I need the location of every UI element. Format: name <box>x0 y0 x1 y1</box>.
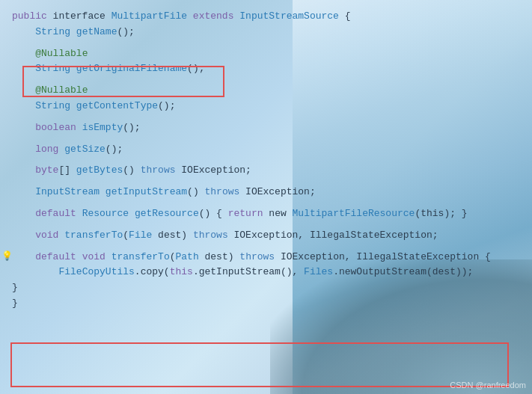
code-line-5: String getOriginalFilename(); <box>12 61 520 77</box>
code-line-10: boolean isEmpty(); <box>12 120 520 136</box>
lightbulb-icon: 💡 <box>1 250 13 264</box>
token: Path <box>176 250 199 265</box>
token: ( <box>170 250 176 265</box>
token: void <box>35 228 58 244</box>
watermark: CSDN @ranfreedom <box>450 381 526 390</box>
code-line-19 <box>12 222 520 228</box>
token: getSize <box>64 142 106 158</box>
token: { <box>339 9 351 25</box>
token: .newOutputStream(dest)); <box>333 265 473 280</box>
token: dest) <box>152 228 193 244</box>
token: (); <box>123 120 140 136</box>
token: IOException; <box>175 163 251 179</box>
code-line-6 <box>12 77 520 83</box>
code-line-4: @Nullable <box>12 46 520 62</box>
code-line-13 <box>12 157 520 163</box>
code-line-7: @Nullable <box>12 83 520 99</box>
token: InputStream <box>35 185 100 200</box>
token <box>12 46 35 62</box>
token: Files <box>304 265 333 280</box>
token <box>70 61 76 77</box>
token <box>76 120 82 136</box>
token: transferTo <box>64 228 123 244</box>
code-line-2: String getName(); <box>12 25 520 40</box>
code-line-23: FileCopyUtils.copy(this.getInputStream()… <box>12 265 520 280</box>
token: ( <box>123 228 129 244</box>
token: IOException; <box>239 185 315 200</box>
token: byte <box>35 163 58 179</box>
token <box>129 206 135 222</box>
code-line-1: public interface MultipartFile extends I… <box>12 9 520 25</box>
token: this <box>170 265 193 280</box>
token: .copy( <box>135 265 170 280</box>
token: } <box>12 280 18 296</box>
token: default <box>35 250 76 265</box>
token: @Nullable <box>35 46 88 62</box>
code-line-25: } <box>12 296 520 312</box>
token: String <box>35 99 70 114</box>
token: [] <box>58 163 76 179</box>
token <box>12 250 35 265</box>
token: transferTo <box>111 250 170 265</box>
token: @Nullable <box>35 83 88 99</box>
token <box>58 228 64 244</box>
token <box>76 250 82 265</box>
token: () { <box>199 206 228 222</box>
code-line-12: long getSize(); <box>12 142 520 158</box>
token: IOException, IllegalStateException; <box>228 228 438 244</box>
token: throws <box>204 185 239 200</box>
token: public <box>12 9 47 25</box>
token: () <box>187 185 204 200</box>
token: (); <box>158 99 175 114</box>
token: .getInputStream(), <box>193 265 304 280</box>
code-line-15 <box>12 179 520 185</box>
token: File <box>129 228 152 244</box>
code-line-22: 💡 default void transferTo(Path dest) thr… <box>12 250 520 265</box>
token: long <box>35 142 58 158</box>
token: getBytes <box>76 163 123 179</box>
token: isEmpty <box>82 120 123 136</box>
token: getResource <box>135 206 199 222</box>
token: () <box>123 163 140 179</box>
token <box>58 142 64 158</box>
code-line-14: byte[] getBytes() throws IOException; <box>12 163 520 179</box>
token: getContentType <box>76 99 158 114</box>
token: String <box>35 61 70 77</box>
token: return <box>228 206 263 222</box>
token: throws <box>141 163 176 179</box>
token: (); <box>106 142 123 158</box>
token: void <box>82 250 106 265</box>
token: InputStreamSource <box>239 9 339 25</box>
code-line-11 <box>12 136 520 142</box>
code-line-3 <box>12 40 520 46</box>
token: default <box>35 206 76 222</box>
code-line-17 <box>12 200 520 206</box>
code-line-21 <box>12 244 520 250</box>
token: } <box>12 296 18 312</box>
token: throws <box>239 250 275 265</box>
token <box>106 250 111 265</box>
token: MultipartFile <box>111 9 187 25</box>
token: boolean <box>35 120 76 136</box>
token: interface <box>47 9 111 25</box>
code-line-24: } <box>12 280 520 296</box>
token: getName <box>76 25 117 40</box>
token: (this); } <box>415 206 467 222</box>
code-line-8: String getContentType(); <box>12 99 520 114</box>
token <box>100 185 106 200</box>
token: getOriginalFilename <box>76 61 187 77</box>
token: dest) <box>199 250 240 265</box>
token: (); <box>117 25 134 40</box>
code-line-18: default Resource getResource() { return … <box>12 206 520 222</box>
token: FileCopyUtils <box>58 265 134 280</box>
token: Resource <box>82 206 129 222</box>
token <box>12 265 58 280</box>
code-panel: public interface MultipartFile extends I… <box>0 0 532 394</box>
token: IOException, IllegalStateException { <box>275 250 491 265</box>
code-line-16: InputStream getInputStream() throws IOEx… <box>12 185 520 200</box>
token: extends <box>187 9 239 25</box>
token <box>70 99 76 114</box>
token <box>12 83 35 99</box>
token: new <box>263 206 293 222</box>
token: String <box>35 25 70 40</box>
